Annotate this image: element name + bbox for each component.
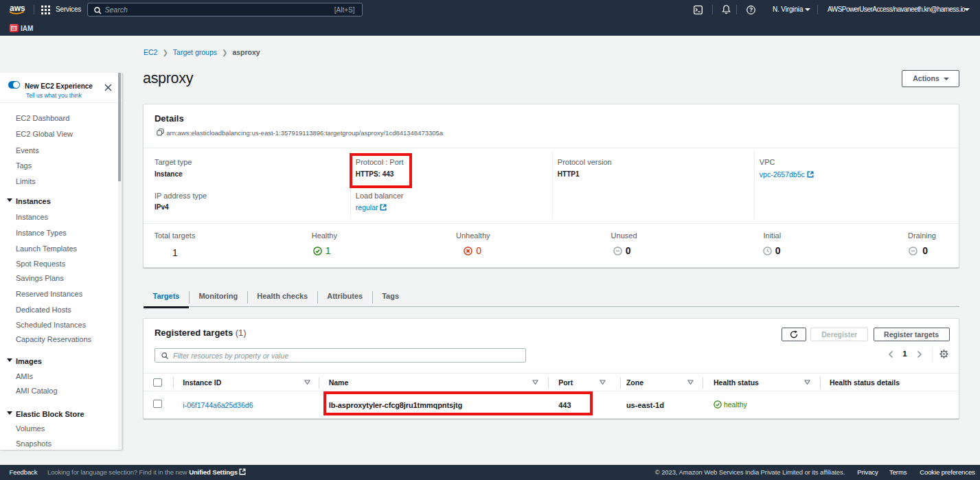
- svg-text:?: ?: [749, 6, 753, 13]
